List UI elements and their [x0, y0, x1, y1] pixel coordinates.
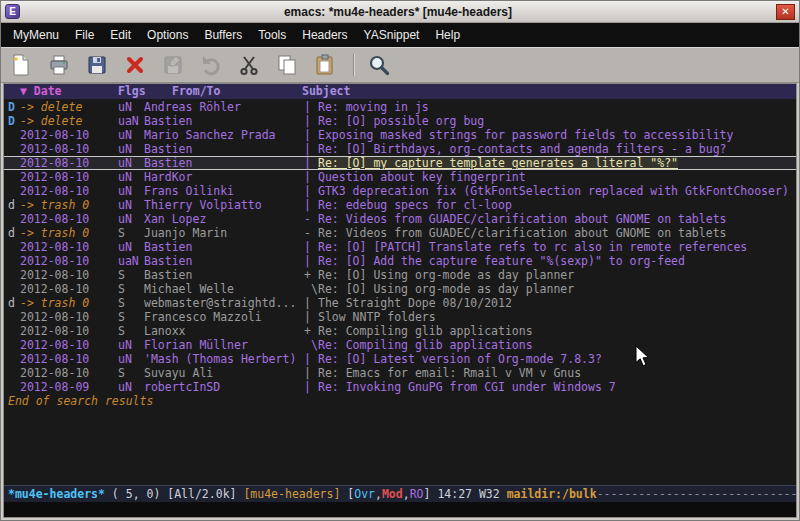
mark-target-label: -> trash 0	[20, 226, 89, 240]
copy-icon[interactable]	[273, 51, 301, 79]
message-row[interactable]: 2012-08-10uN'Mash (Thomas Herbert)|Re: […	[4, 352, 796, 366]
message-mark	[8, 184, 20, 198]
message-row[interactable]: 2012-08-09uNrobertcInSD|Re: Invoking Gnu…	[4, 380, 796, 394]
message-mark	[8, 380, 20, 394]
message-mark: d	[8, 198, 20, 212]
message-subject-column: Re: Videos from GUADEC/clarification abo…	[318, 212, 796, 226]
column-header-flags[interactable]: Flgs	[118, 84, 146, 99]
message-flags: uaN	[118, 254, 144, 268]
message-date: 2012-08-10	[20, 338, 89, 352]
message-date: 2012-08-10	[20, 254, 89, 268]
message-subject: Re: Compiling glib applications	[318, 324, 533, 338]
search-icon[interactable]	[365, 51, 393, 79]
column-header-date[interactable]: ▼ Date	[20, 84, 62, 99]
close-window-button[interactable]: ✕	[776, 4, 795, 20]
menu-item-tools[interactable]: Tools	[250, 24, 294, 46]
message-flags: S	[118, 282, 144, 296]
message-mark	[8, 240, 20, 254]
modeline-maildir: maildir:/bulk	[507, 487, 597, 501]
message-subject-column: Re: Compiling glib applications	[318, 338, 796, 352]
message-subject: GTK3 deprecation fix (GtkFontSelection r…	[318, 184, 789, 198]
emacs-window: E emacs: *mu4e-headers* [mu4e-headers] ✕…	[0, 0, 800, 521]
message-row[interactable]: 2012-08-10uaNBastien|Re: [O] Add the cap…	[4, 254, 796, 268]
message-subject-column: Re: [O] Birthdays, org-contacts and agen…	[318, 142, 796, 156]
message-from: Thierry Volpiatto	[144, 198, 304, 212]
menu-item-edit[interactable]: Edit	[102, 24, 139, 46]
message-flags: uN	[118, 170, 144, 184]
menu-item-yasnippet[interactable]: YASnippet	[356, 24, 428, 46]
message-from: Francesco Mazzoli	[144, 310, 304, 324]
message-row[interactable]: 2012-08-10SLanoxx+Re: Compiling glib app…	[4, 324, 796, 338]
cut-icon[interactable]	[235, 51, 263, 79]
message-flags: uN	[118, 142, 144, 156]
modeline-comma: ,	[403, 487, 410, 501]
message-from: Juanjo Marin	[144, 226, 304, 240]
message-mark	[8, 268, 20, 282]
message-subject-column: Re: [O] Using org-mode as day planner	[318, 282, 796, 296]
message-row[interactable]: d-> trash 0SJuanjo Marin-Re: Videos from…	[4, 226, 796, 240]
message-date: 2012-08-10	[20, 240, 89, 254]
thread-indicator: |	[304, 128, 318, 142]
message-row[interactable]: D-> deleteuNAndreas Röhler|Re: moving in…	[4, 100, 796, 114]
message-from: Michael Welle	[144, 282, 304, 296]
menu-item-options[interactable]: Options	[139, 24, 196, 46]
message-from: Bastien	[144, 114, 304, 128]
message-subject: Exposing masked strings for password fie…	[318, 128, 733, 142]
print-icon[interactable]	[45, 51, 73, 79]
message-row[interactable]: 2012-08-10uNFlorian Müllner \Re: Compili…	[4, 338, 796, 352]
message-date: 2012-08-10	[20, 324, 89, 338]
message-row[interactable]: 2012-08-10uNMario Sanchez Prada|Exposing…	[4, 128, 796, 142]
message-mark	[8, 338, 20, 352]
message-row[interactable]: 2012-08-10SFrancesco Mazzoli|Slow NNTP f…	[4, 310, 796, 324]
message-date-column: 2012-08-10	[20, 212, 118, 226]
message-date-column: 2012-08-10	[20, 128, 118, 142]
message-flags: uN	[118, 352, 144, 366]
menu-item-mymenu[interactable]: MyMenu	[5, 24, 67, 46]
menu-item-buffers[interactable]: Buffers	[196, 24, 250, 46]
new-file-icon[interactable]	[7, 51, 35, 79]
modeline-comma: ,	[375, 487, 382, 501]
message-row[interactable]: 2012-08-10uNXan Lopez-Re: Videos from GU…	[4, 212, 796, 226]
message-subject-column: Exposing masked strings for password fie…	[318, 128, 796, 142]
thread-indicator: |	[304, 254, 318, 268]
thread-indicator: |	[304, 142, 318, 156]
menu-item-help[interactable]: Help	[427, 24, 468, 46]
message-date: 2012-08-10	[20, 352, 89, 366]
menu-item-headers[interactable]: Headers	[294, 24, 355, 46]
column-header-subject[interactable]: Subject	[302, 84, 350, 99]
message-row[interactable]: d-> trash 0Swebmaster@straightd...|The S…	[4, 296, 796, 310]
message-row[interactable]: 2012-08-10uNFrans Oilinki|GTK3 deprecati…	[4, 184, 796, 198]
message-row[interactable]: 2012-08-10SMichael Welle \Re: [O] Using …	[4, 282, 796, 296]
message-mark	[8, 282, 20, 296]
message-from: Bastien	[144, 240, 304, 254]
message-flags: S	[118, 296, 144, 310]
modeline-clock: 14:27 W32	[437, 487, 506, 501]
save-icon[interactable]	[83, 51, 111, 79]
thread-indicator: |	[304, 198, 318, 212]
paste-icon[interactable]	[311, 51, 339, 79]
message-row[interactable]: d-> trash 0uNThierry Volpiatto|Re: edebu…	[4, 198, 796, 212]
message-date-column: 2012-08-10	[20, 184, 118, 198]
menu-item-file[interactable]: File	[67, 24, 102, 46]
title-bar: E emacs: *mu4e-headers* [mu4e-headers] ✕	[1, 1, 799, 23]
message-row[interactable]: 2012-08-10uNHardKor|Question about key f…	[4, 170, 796, 184]
echo-area[interactable]	[4, 502, 796, 517]
message-row[interactable]: 2012-08-10uNBastien|Re: [O] Birthdays, o…	[4, 142, 796, 156]
message-date: 2012-08-10	[20, 268, 89, 282]
modeline-readonly-indicator: RO	[410, 487, 424, 501]
message-row[interactable]: 2012-08-10uNBastien|Re: [O] my capture t…	[4, 156, 796, 170]
thread-indicator: |	[304, 366, 318, 380]
message-mark: D	[8, 114, 20, 128]
message-list: D-> deleteuNAndreas Röhler|Re: moving in…	[4, 99, 796, 485]
thread-indicator: +	[304, 324, 318, 338]
message-row[interactable]: D-> deleteuaNBastien|Re: [O] possible or…	[4, 114, 796, 128]
message-subject-column: Re: Invoking GnuPG from CGI under Window…	[318, 380, 796, 394]
message-date-column: 2012-08-10	[20, 142, 118, 156]
message-row[interactable]: 2012-08-10SSuvayu Ali|Re: Emacs for emai…	[4, 366, 796, 380]
close-buffer-icon[interactable]	[121, 51, 149, 79]
message-mark	[8, 352, 20, 366]
message-row[interactable]: 2012-08-10SBastien+Re: [O] Using org-mod…	[4, 268, 796, 282]
column-header-from[interactable]: From/To	[172, 84, 220, 99]
message-row[interactable]: 2012-08-10uNBastien|Re: [O] [PATCH] Tran…	[4, 240, 796, 254]
modeline-modified-indicator: Mod	[382, 487, 403, 501]
